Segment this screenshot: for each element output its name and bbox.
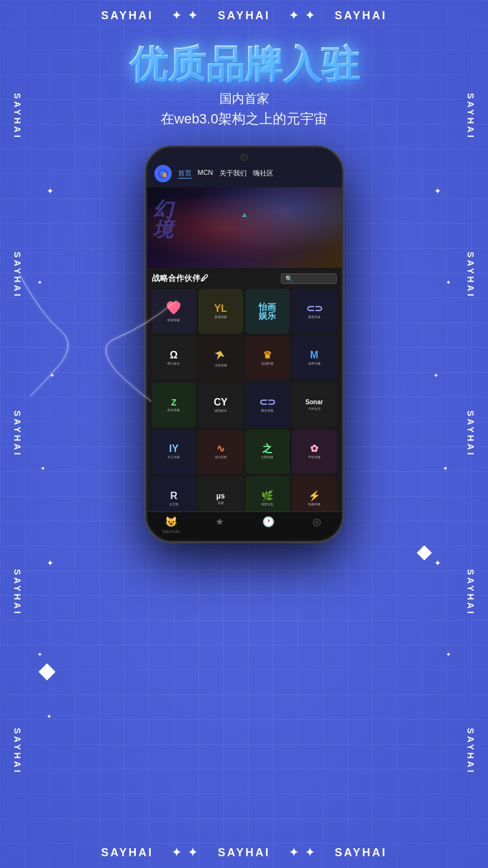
- brand-card-18[interactable]: μs 美素: [198, 476, 243, 512]
- brand-name-10: 诚韵娱乐: [215, 409, 227, 412]
- brand-name-13: 永云传媒: [167, 455, 180, 459]
- brand-name-5: 腾云娱乐: [167, 361, 180, 365]
- sayhai-left-1: SAYHAI: [12, 93, 22, 140]
- big-diamond-left: ◆: [38, 657, 56, 683]
- bottom-nav-circle[interactable]: ◎: [293, 516, 342, 534]
- brand-card-19[interactable]: 🌿 绿意文化: [246, 476, 290, 512]
- sayhai-left-3: SAYHAI: [12, 410, 22, 458]
- brand-name-6: 泊音传播: [215, 363, 227, 367]
- brand-symbol-17: R: [170, 491, 177, 501]
- phone-nav-items: 首页 MCN 关于我们 嗨社区: [178, 169, 273, 179]
- brand-name-1: 联创传媒: [167, 318, 180, 322]
- banner-art: [147, 187, 342, 268]
- brand-card-12[interactable]: Sonar 户外生活: [292, 383, 337, 427]
- sparkle-r5: ✦: [434, 558, 441, 568]
- sayhai-top-sep2: ✦ ✦: [289, 9, 316, 22]
- brand-name-14: 顶点控股: [215, 455, 227, 459]
- banner-bg-text: 幻境: [153, 200, 173, 239]
- brand-symbol-13: IY: [169, 444, 179, 454]
- brand-card-14[interactable]: ∿ 顶点控股: [198, 430, 243, 474]
- bottom-home-icon: 😺: [165, 516, 177, 528]
- partners-search-box[interactable]: 🔍: [281, 273, 337, 284]
- hero-title: 优质品牌入驻: [129, 43, 360, 86]
- brand-name-15: 之墨传媒: [261, 455, 273, 459]
- brand-card-17[interactable]: R 众互联: [152, 476, 197, 512]
- brand-name-8: 游梦共赢: [308, 361, 321, 365]
- sayhai-right-2: SAYHAI: [466, 252, 476, 299]
- phone-bottom-nav: 😺 SAYHAI ★ 🕐 ◎: [147, 512, 342, 541]
- sayhai-bottom-sep1: ✦ ✦: [172, 846, 199, 859]
- sayhai-right-1: SAYHAI: [466, 93, 476, 140]
- partners-header: 战略合作伙伴🖊 🔍: [152, 273, 337, 284]
- brand-name-7: 皇冠影视: [261, 361, 273, 365]
- brand-symbol-14: ∿: [216, 444, 224, 454]
- brand-card-5[interactable]: Ω 腾云娱乐: [152, 336, 197, 381]
- nav-community[interactable]: 嗨社区: [253, 169, 273, 179]
- sparkle-r6: ✦: [446, 651, 451, 658]
- brand-symbol-16: ✿: [310, 444, 318, 454]
- app-logo: 🎭: [154, 165, 172, 182]
- brand-card-6[interactable]: 泊音传播: [198, 336, 243, 381]
- sparkle-7: ✦: [47, 713, 51, 720]
- brand-name-12: 户外生活: [308, 407, 321, 410]
- nav-home[interactable]: 首页: [178, 169, 192, 179]
- brand-name-9: 战点传媒: [167, 408, 180, 412]
- brand-name-19: 绿意文化: [261, 502, 273, 506]
- bottom-nav-home[interactable]: 😺 SAYHAI: [147, 516, 196, 534]
- bottom-circle-icon: ◎: [313, 516, 321, 528]
- brand-symbol-11: ⊂⊃: [259, 397, 275, 407]
- brand-symbol-12: Sonar: [306, 399, 323, 405]
- hero-subtitle2: 在web3.0架构之上的元宇宙: [161, 110, 327, 128]
- brand-card-9[interactable]: Z 战点传媒: [152, 383, 197, 427]
- bottom-nav-clock[interactable]: 🕐: [244, 516, 293, 534]
- brand-card-4[interactable]: ⊂⊃ 聚星传媒: [292, 289, 337, 334]
- phone-screen: 🎭 首页 MCN 关于我们 嗨社区: [147, 148, 342, 541]
- sayhai-top-1: SAYHAI: [101, 9, 153, 22]
- brand-card-11[interactable]: ⊂⊃ 聚合传媒: [246, 383, 290, 427]
- brand-card-13[interactable]: IY 永云传媒: [152, 430, 197, 474]
- sayhai-left-bar: SAYHAI SAYHAI SAYHAI SAYHAI SAYHAI: [5, 0, 30, 868]
- sayhai-left-5: SAYHAI: [12, 728, 22, 775]
- brand-card-2[interactable]: YL 星潮传媒: [198, 289, 243, 334]
- sparkle-5: ✦: [47, 558, 54, 568]
- brand-card-3[interactable]: 怡画娱乐: [246, 289, 290, 334]
- nav-mcn[interactable]: MCN: [198, 169, 213, 179]
- phone-body: 战略合作伙伴🖊 🔍: [147, 268, 342, 512]
- brand-symbol-2: YL: [215, 304, 227, 314]
- sayhai-bottom-sep2: ✦ ✦: [289, 846, 316, 859]
- sayhai-bottom-2: SAYHAI: [218, 846, 270, 859]
- brand-symbol-4: ⊂⊃: [306, 304, 322, 314]
- brand-symbol-3: 怡画娱乐: [259, 303, 276, 320]
- sayhai-bottom-3: SAYHAI: [335, 846, 387, 859]
- sayhai-top-sep1: ✦ ✦: [172, 9, 199, 22]
- brand-card-15[interactable]: 之 之墨传媒: [246, 430, 290, 474]
- phone-mockup: 🎭 首页 MCN 关于我们 嗨社区: [145, 146, 344, 542]
- phone-camera: [241, 154, 248, 161]
- banner-icon-1: ⟁: [242, 209, 247, 219]
- sayhai-left-4: SAYHAI: [12, 569, 22, 616]
- hero-subtitle1: 国内首家: [220, 91, 269, 107]
- brand-symbol-18: μs: [216, 492, 225, 500]
- partners-title: 战略合作伙伴🖊: [152, 273, 208, 284]
- brand-card-1[interactable]: 联创传媒: [152, 289, 197, 334]
- brand-card-10[interactable]: CY 诚韵娱乐: [198, 383, 243, 427]
- brand-symbol-15: 之: [262, 444, 272, 454]
- brand-name-18: 美素: [218, 501, 224, 505]
- sayhai-right-5: SAYHAI: [466, 728, 476, 775]
- brand-card-20[interactable]: ⚡ 热播传媒: [292, 476, 337, 512]
- bottom-nav-star[interactable]: ★: [195, 516, 244, 534]
- brand-name-16: 手绘传媒: [308, 455, 321, 459]
- brand-name-20: 热播传媒: [308, 502, 321, 506]
- brand-card-7[interactable]: ♛ 皇冠影视: [246, 336, 290, 381]
- sayhai-left-2: SAYHAI: [12, 252, 22, 299]
- nav-about[interactable]: 关于我们: [220, 169, 247, 179]
- phone-frame: 🎭 首页 MCN 关于我们 嗨社区: [145, 146, 344, 542]
- svg-text:🎭: 🎭: [159, 170, 167, 178]
- brand-symbol-10: CY: [214, 397, 228, 407]
- sayhai-right-bar: SAYHAI SAYHAI SAYHAI SAYHAI SAYHAI: [458, 0, 483, 868]
- brand-card-16[interactable]: ✿ 手绘传媒: [292, 430, 337, 474]
- brand-symbol-20: ⚡: [308, 491, 321, 501]
- brand-card-8[interactable]: M 游梦共赢: [292, 336, 337, 381]
- search-icon: 🔍: [285, 275, 293, 282]
- brand-grid: 联创传媒 YL 星潮传媒: [152, 289, 337, 512]
